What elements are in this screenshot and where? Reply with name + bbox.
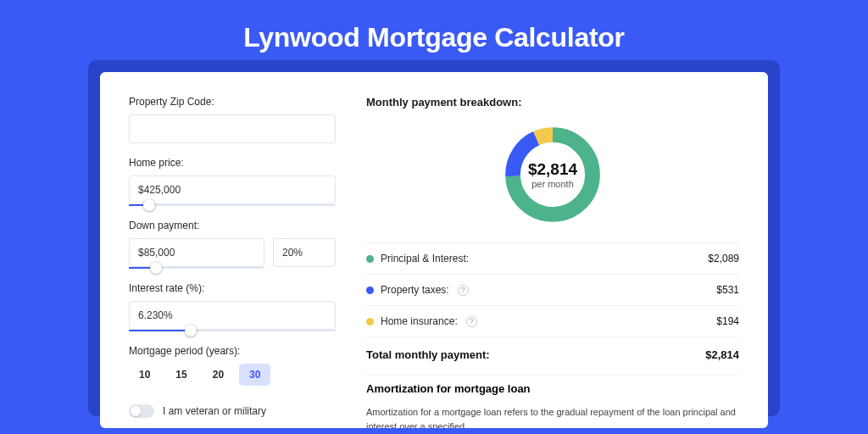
dot-icon [366,255,374,263]
home-price-slider[interactable] [129,204,336,206]
donut-center-sub: per month [531,179,574,189]
legend-row-insurance: Home insurance: ? $194 [366,306,739,337]
down-payment-label: Down payment: [129,220,336,231]
total-label: Total monthly payment: [366,348,490,361]
home-price-label: Home price: [129,157,336,169]
dot-icon [366,287,374,294]
donut-wrap: $2,814 per month [366,122,739,227]
interest-slider[interactable] [129,330,336,331]
total-value: $2,814 [705,348,739,361]
period-option-20[interactable]: 20 [203,364,234,386]
period-option-15[interactable]: 15 [165,364,197,386]
period-group: Mortgage period (years): 10 15 20 30 [129,345,336,386]
divider [366,375,739,376]
period-option-10[interactable]: 10 [129,364,160,386]
interest-input[interactable] [129,301,336,330]
zip-label: Property Zip Code: [129,96,336,108]
slider-fill [129,330,191,331]
donut-center-value: $2,814 [528,160,577,179]
calculator-stage: Property Zip Code: Home price: Down paym… [100,72,768,428]
amortization-text: Amortization for a mortgage loan refers … [366,405,739,428]
period-label: Mortgage period (years): [129,345,336,357]
form-column: Property Zip Code: Home price: Down paym… [129,96,336,428]
legend-label: Principal & Interest: [381,253,469,264]
total-row: Total monthly payment: $2,814 [366,337,739,375]
legend-value: $194 [716,315,739,327]
help-icon[interactable]: ? [466,316,477,327]
legend-value: $2,089 [708,253,739,264]
calculator-card: Property Zip Code: Home price: Down paym… [100,72,768,428]
slider-knob[interactable] [143,199,155,211]
breakdown-column: Monthly payment breakdown: $2,814 per mo… [366,96,739,428]
interest-label: Interest rate (%): [129,282,336,294]
home-price-input[interactable] [129,175,336,204]
down-payment-pct-input[interactable] [273,238,336,267]
donut-center: $2,814 per month [500,122,605,227]
veteran-row: I am veteran or military [129,404,336,418]
amortization-title: Amortization for mortgage loan [366,382,739,395]
donut-chart: $2,814 per month [500,122,605,227]
help-icon[interactable]: ? [458,285,469,296]
legend-label: Property taxes: [381,284,449,296]
breakdown-title: Monthly payment breakdown: [366,96,739,108]
legend-label: Home insurance: [381,315,458,327]
down-payment-slider[interactable] [129,267,264,269]
slider-knob[interactable] [185,325,197,337]
legend-row-taxes: Property taxes: ? $531 [366,275,739,305]
down-payment-input[interactable] [129,238,264,267]
down-payment-group: Down payment: [129,220,336,269]
interest-group: Interest rate (%): [129,282,336,331]
dot-icon [366,318,374,326]
veteran-label: I am veteran or military [163,405,266,417]
zip-input[interactable] [129,114,336,143]
period-option-30[interactable]: 30 [239,364,270,386]
slider-knob[interactable] [150,262,162,274]
legend-value: $531 [716,284,739,296]
zip-group: Property Zip Code: [129,96,336,143]
home-price-group: Home price: [129,157,336,206]
veteran-switch[interactable] [129,404,154,418]
legend-row-principal: Principal & Interest: $2,089 [366,243,739,274]
period-options: 10 15 20 30 [129,364,336,386]
